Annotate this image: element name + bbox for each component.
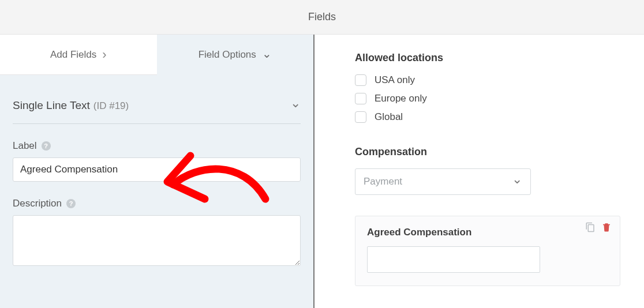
tab-field-options-label: Field Options [199,49,256,61]
checkbox-box[interactable] [355,111,366,123]
chevron-down-icon [290,98,301,113]
field-type-name: Single Line Text [13,99,90,112]
checkbox-label: USA only [375,74,415,86]
chevron-down-icon [512,174,522,189]
help-icon[interactable]: ? [42,141,51,151]
compensation-placeholder: Payment [364,176,402,187]
description-group: Description ? [13,198,301,268]
field-card-title: Agreed Compensation [367,227,608,238]
tab-add-fields[interactable]: Add Fields [0,35,157,75]
label-input[interactable] [13,157,301,182]
checkbox-box[interactable] [355,93,366,104]
field-type-row[interactable]: Single Line Text (ID #19) [13,98,301,124]
checkbox-label: Europe only [375,93,427,104]
checkbox-label: Global [375,111,403,123]
checkbox-global[interactable]: Global [355,111,621,123]
page-title: Fields [308,11,336,23]
field-card-agreed-compensation[interactable]: Agreed Compensation [355,216,620,286]
field-card-input[interactable] [367,246,540,273]
duplicate-icon[interactable] [585,222,596,232]
field-options-panel: Single Line Text (ID #19) Label ? Descri… [0,75,313,268]
label-group: Label ? [13,140,301,182]
checkbox-usa[interactable]: USA only [355,74,621,86]
compensation-heading: Compensation [355,146,621,158]
chevron-right-icon [100,47,106,62]
preview-panel: Allowed locations USA only Europe only G… [320,35,644,308]
checkbox-box[interactable] [355,74,366,86]
checkbox-europe[interactable]: Europe only [355,93,621,104]
description-textarea[interactable] [13,215,301,266]
tab-add-fields-label: Add Fields [50,49,96,61]
panel-divider[interactable] [314,35,320,308]
tabs-row: Add Fields Field Options [0,35,313,75]
label-heading: Label [13,140,37,152]
sidebar-panel: Add Fields Field Options Single Line Tex… [0,35,314,308]
tab-field-options[interactable]: Field Options [157,35,314,75]
help-icon[interactable]: ? [66,199,76,208]
compensation-select[interactable]: Payment [355,168,531,195]
field-type-id: (ID #19) [93,100,129,112]
trash-icon[interactable] [601,222,612,232]
description-heading: Description [13,198,62,209]
allowed-locations-heading: Allowed locations [355,52,621,64]
page-header: Fields [0,0,644,35]
chevron-down-icon [260,48,272,62]
